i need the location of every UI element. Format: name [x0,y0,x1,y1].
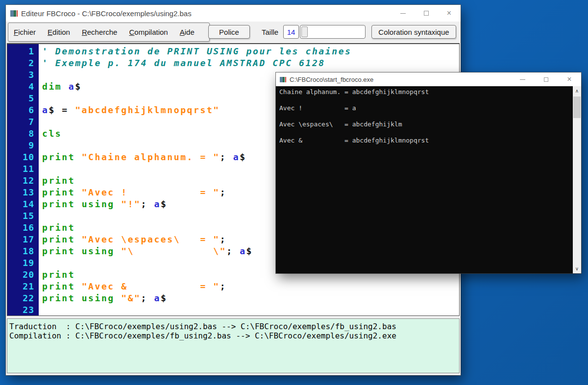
menu-toolbar: FichierEditionRechercheCompilationAide P… [6,22,461,43]
scroll-up-icon[interactable]: ∧ [573,87,581,95]
line-number: 19 [7,257,39,269]
line-number: 20 [7,269,39,281]
line-number: 5 [7,93,39,104]
slider-handle[interactable] [301,26,308,37]
menu-edition[interactable]: Edition [48,28,70,36]
line-number: 11 [7,163,39,175]
close-icon: × [567,75,571,83]
line-number: 6 [7,104,39,116]
taille-label: Taille [262,22,278,42]
scroll-down-icon[interactable]: ∨ [573,265,581,273]
code-line-text [39,140,42,151]
console-body: Chaine alphanum. = abcdefghijklmnopqrst … [276,86,581,273]
line-number: 13 [7,187,39,198]
minimize-icon [400,13,406,14]
code-line-text: dim a$ [39,81,82,93]
line-number: 7 [7,116,39,128]
fbcroco-app-icon [10,10,18,17]
police-button[interactable]: Police [208,25,250,39]
line-number: 14 [7,198,39,210]
menu-bar: FichierEditionRechercheCompilationAide [8,23,210,42]
menu-fichier[interactable]: Fichier [14,28,36,36]
minimize-button[interactable] [392,5,415,22]
code-line-text: ' Exemple p. 174 du manuel AMSTRAD CPC 6… [39,57,325,69]
menu-recherche[interactable]: Recherche [82,28,118,36]
line-number: 22 [7,292,39,304]
code-line-text [39,93,42,104]
code-line-text: print [39,175,75,187]
code-line-text: print "Avec ! = "; [39,187,226,198]
menu-compilation[interactable]: Compilation [129,28,168,36]
code-line-text: print using "\ \"; a$ [39,245,253,257]
maximize-button[interactable] [415,5,438,22]
line-number: 15 [7,210,39,222]
close-icon: × [447,9,451,17]
code-line-text: print "Avec & = "; [39,281,226,292]
line-number: 3 [7,69,39,81]
console-minimize-button[interactable] [511,72,534,86]
line-number: 18 [7,245,39,257]
console-maximize-button[interactable] [534,72,558,86]
code-line-text [39,69,42,81]
close-button[interactable]: × [438,5,461,22]
line-number: 12 [7,175,39,187]
console-scrollbar[interactable]: ∧ ∨ [573,86,581,273]
code-line: 23 [7,304,459,316]
code-line-text: print "Avec \espaces\ = "; [39,234,226,245]
code-line-text: print using "!"; a$ [39,198,167,210]
code-line-text: ' Demonstration de PRINT USING pour les … [39,46,352,57]
code-line-text: print "Chaine alphanum. = "; a$ [39,151,246,163]
console-window-title: C:\FBCroco\start_fbcroco.exe [290,76,373,83]
code-line-text: a$ = "abcdefghijklmnopqrst" [39,104,220,116]
console-app-icon [280,77,286,82]
code-line-text [39,257,42,269]
code-line-text [39,116,42,128]
line-number: 16 [7,222,39,234]
line-number: 2 [7,57,39,69]
code-line-text: print [39,222,75,234]
status-output: Traduction : C:\FBCroco/exemples/using2.… [9,322,457,340]
line-number: 1 [7,46,39,57]
line-number: 10 [7,151,39,163]
minimize-icon [520,79,525,80]
console-window: C:\FBCroco\start_fbcroco.exe × Chaine al… [276,72,581,273]
code-line: 1' Demonstration de PRINT USING pour les… [7,46,459,57]
code-line: 21print "Avec & = "; [7,281,459,292]
scrollbar-thumb[interactable] [573,96,581,118]
code-line-text: print using "&"; a$ [39,292,167,304]
compiler-output-panel: Traduction : C:\FBCroco/exemples/using2.… [7,318,460,373]
editor-titlebar: Editeur FBCroco - C:\FBCroco/exemples/us… [6,5,461,22]
maximize-icon [544,77,548,82]
line-number: 4 [7,81,39,93]
console-close-button[interactable]: × [558,72,581,86]
line-number: 23 [7,304,39,316]
code-line-text [39,304,42,316]
editor-window-title: Editeur FBCroco - C:\FBCroco/exemples/us… [21,9,192,18]
console-output: Chaine alphanum. = abcdefghijklmnopqrst … [276,86,581,145]
maximize-icon [424,11,429,16]
code-line-text: print [39,269,75,281]
code-line-text [39,210,42,222]
taille-value-field[interactable]: 14 [283,25,299,39]
line-number: 21 [7,281,39,292]
code-line: 2' Exemple p. 174 du manuel AMSTRAD CPC … [7,57,459,69]
line-number: 17 [7,234,39,245]
line-number: 9 [7,140,39,151]
code-line-text [39,163,42,175]
line-number: 8 [7,128,39,140]
console-titlebar: C:\FBCroco\start_fbcroco.exe × [276,72,581,86]
coloration-syntaxique-button[interactable]: Coloration syntaxique [371,25,456,39]
code-line: 22print using "&"; a$ [7,292,459,304]
menu-aide[interactable]: Aide [180,28,195,36]
font-size-slider[interactable] [300,25,366,39]
code-line-text: cls [39,128,62,140]
